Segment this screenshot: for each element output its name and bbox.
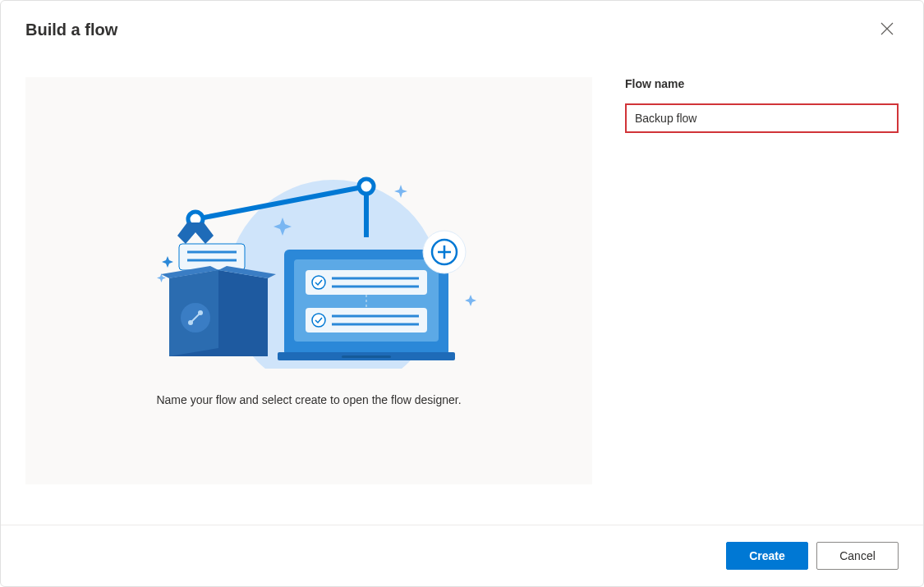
svg-point-2 bbox=[359, 179, 374, 194]
dialog-body: Name your flow and select create to open… bbox=[1, 53, 923, 525]
flow-name-label: Flow name bbox=[625, 77, 899, 90]
svg-rect-5 bbox=[179, 244, 245, 270]
flow-illustration bbox=[136, 155, 481, 369]
dialog-title: Build a flow bbox=[25, 21, 117, 39]
close-icon bbox=[880, 22, 894, 38]
dialog-description: Name your flow and select create to open… bbox=[156, 393, 461, 406]
illustration-panel: Name your flow and select create to open… bbox=[25, 77, 592, 484]
flow-name-input[interactable] bbox=[625, 103, 899, 133]
svg-point-21 bbox=[312, 276, 325, 289]
dialog-footer: Create Cancel bbox=[1, 525, 923, 586]
dialog-header: Build a flow bbox=[1, 1, 923, 53]
build-flow-dialog: Build a flow bbox=[0, 0, 924, 587]
create-button[interactable]: Create bbox=[726, 542, 808, 570]
close-button[interactable] bbox=[876, 17, 899, 43]
cancel-button[interactable]: Cancel bbox=[816, 542, 899, 570]
form-panel: Flow name bbox=[625, 77, 899, 525]
svg-rect-19 bbox=[342, 355, 391, 358]
svg-point-26 bbox=[312, 314, 325, 327]
